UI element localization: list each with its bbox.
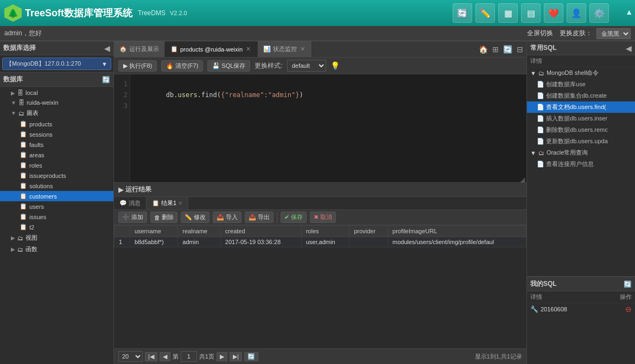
sidebar-func-section[interactable]: ▶ 🗂 函数 [0, 244, 113, 255]
tab-monitor-close[interactable]: ✕ [299, 45, 306, 53]
sidebar-item-faults[interactable]: 📋 faults [0, 139, 113, 150]
user-icon-btn[interactable]: 👤 [567, 3, 586, 23]
sidebar-item-users[interactable]: 📋 users [0, 201, 113, 212]
refresh-icon[interactable]: 🔄 [502, 44, 513, 55]
table-icon-btn[interactable]: ▤ [521, 3, 541, 23]
sidebar-item-roles[interactable]: 📋 roles [0, 160, 113, 170]
db-connection-select[interactable]: 【MongoDB】127.0.0.1:270 ▼ [2, 58, 111, 70]
db-tree-title: 数据库 [3, 75, 23, 84]
results-tabs: 💬 消息 📋 结果1 ✕ [114, 197, 526, 210]
db-selector-collapse-icon[interactable]: ◀ [104, 44, 110, 53]
run-button[interactable]: ▶ 执行(F8) [118, 60, 157, 72]
my-sql-item-text[interactable]: 20160608 [541, 306, 623, 312]
sidebar-item-issueproducts[interactable]: 📋 issueproducts [0, 170, 113, 181]
results-header-icon: ▶ [118, 186, 123, 194]
results-toolbar: ➕ 添加 🗑 删除 ✏️ 修改 📥 导入 📤 导出 [114, 210, 526, 225]
sql-item-remove[interactable]: 📄 删除数据db.users.remc [527, 124, 635, 136]
tab-products-close[interactable]: ✕ [245, 45, 252, 53]
my-sql-delete-button[interactable]: ⊖ [625, 305, 632, 314]
format-label: 更换样式: [255, 61, 282, 71]
last-page-button[interactable]: ▶| [230, 352, 242, 361]
sql-item-createcol[interactable]: 📄 创建数据集合db.create [527, 90, 635, 101]
editor-resize-handle[interactable]: ◢ [520, 176, 526, 182]
sidebar-item-issues[interactable]: 📋 issues [0, 212, 113, 222]
tab-monitor[interactable]: 📊 状态监控 ✕ [258, 41, 312, 58]
col-num [115, 226, 130, 237]
detach-icon[interactable]: ⊟ [516, 44, 524, 55]
sidebar-item-t2[interactable]: 📋 t2 [0, 222, 113, 232]
heart-icon-btn[interactable]: ❤️ [544, 3, 563, 23]
settings-icon-btn[interactable]: ⚙️ [589, 3, 609, 23]
grid-icon-btn[interactable]: ▦ [498, 3, 518, 23]
tab-home[interactable]: 🏠 运行及展示 [114, 41, 165, 58]
sql-item-insert[interactable]: 📄 插入数据db.users.inser [527, 113, 635, 124]
pagination: 20 50 100 |◀ ◀ 第 共1页 ▶ ▶| 🔄 显示1到1,共1记录 [114, 348, 526, 364]
sql-item-createdb[interactable]: 📄 创建数据库use [527, 79, 635, 90]
cell-profileimageurl[interactable]: modules/users/client/img/profile/defaul [388, 237, 526, 247]
edit-button[interactable]: ✏️ 修改 [181, 212, 209, 223]
common-sql-collapse-icon[interactable]: ◀ [626, 44, 632, 53]
add-button[interactable]: ➕ 添加 [118, 212, 147, 223]
save-sql-button[interactable]: 💾 SQL保存 [207, 60, 250, 72]
fullscreen-label[interactable]: 全屏切换 [527, 29, 553, 38]
clear-button[interactable]: 🔥 清空(F7) [161, 60, 203, 72]
col-provider: provider [350, 226, 388, 237]
export-button[interactable]: 📤 导出 [245, 212, 274, 223]
expand-icon: ▶ [11, 246, 15, 252]
hint-icon[interactable]: 💡 [331, 61, 340, 70]
cell-realname[interactable]: admin [178, 237, 221, 247]
local-db-label: local [26, 90, 38, 96]
result-tab-messages[interactable]: 💬 消息 [114, 197, 147, 209]
col-realname: realname [178, 226, 221, 237]
sql-group-oracle[interactable]: ▼ 🗂 Oracle常用查询 [527, 147, 635, 158]
tab-monitor-label: 状态监控 [273, 45, 297, 53]
sql-item-find[interactable]: 📄 查看文档db.users.find( [527, 101, 635, 113]
sidebar-view-section[interactable]: ▶ 🗂 视图 [0, 232, 113, 244]
my-sql-refresh-icon[interactable]: 🔄 [624, 280, 632, 288]
save-icon: 💾 [212, 62, 220, 69]
sql-item-oracle-users[interactable]: 📄 查看连接用户信息 [527, 158, 635, 170]
sidebar-item-products[interactable]: 📋 products [0, 119, 113, 129]
sidebar-item-solutions[interactable]: 📋 solutions [0, 181, 113, 191]
sidebar-item-areas[interactable]: 📋 areas [0, 150, 113, 160]
top-collapse-button[interactable]: ▲ [625, 8, 633, 16]
cell-username[interactable]: b8d5abbf*) [130, 237, 177, 247]
refresh-icon-btn[interactable]: 🔄 [453, 3, 472, 23]
import-button[interactable]: 📥 导入 [213, 212, 242, 223]
result-tab-1[interactable]: 📋 结果1 ✕ [147, 197, 188, 209]
next-page-button[interactable]: ▶ [217, 352, 227, 361]
delete-button[interactable]: 🗑 删除 [150, 212, 177, 223]
expand-icon[interactable]: ⊞ [491, 44, 500, 55]
page-size-select[interactable]: 20 50 100 [118, 351, 143, 362]
run-icon: ▶ [123, 62, 128, 69]
sidebar-item-sessions[interactable]: 📋 sessions [0, 129, 113, 139]
sidebar-table-section[interactable]: ▼ 🗂 圖表 [0, 107, 113, 119]
cell-created[interactable]: 2017-05-19 03:36:28 [220, 237, 301, 247]
sql-group-mongodb[interactable]: ▼ 🗂 MongoDB shell命令 [527, 67, 635, 79]
save-button[interactable]: ✔ 保存 [281, 212, 307, 223]
tab-products[interactable]: 📋 products @ruida-weixin ✕ [165, 41, 258, 58]
home-icon[interactable]: 🏠 [478, 44, 489, 55]
sidebar-item-ruida-weixin[interactable]: ▼ 🗄 ruida-weixin [0, 98, 113, 107]
edit-icon-btn[interactable]: ✏️ [475, 3, 495, 23]
sidebar-item-customers[interactable]: 📋 customers [0, 191, 113, 201]
refresh-results-button[interactable]: 🔄 [244, 352, 258, 361]
format-select[interactable]: default compact pretty [287, 60, 326, 72]
cancel-button[interactable]: ✖ 取消 [310, 212, 336, 223]
result-tab-1-close[interactable]: ✕ [178, 200, 182, 206]
top-bar: 🌲 TreeSoft数据库管理系统 TreeDMS V2.2.0 🔄 ✏️ ▦ … [0, 0, 635, 26]
sql-item-update[interactable]: 📄 更新数据db.users.upda [527, 136, 635, 147]
cell-roles[interactable]: user,admin [301, 237, 349, 247]
prev-page-button[interactable]: ◀ [160, 352, 170, 361]
page-input[interactable] [181, 351, 197, 362]
editor-content[interactable]: db.users.find({"realname":"admin"}) [130, 74, 526, 182]
admin-greeting: admin，您好 [4, 29, 42, 38]
first-page-button[interactable]: |◀ [145, 352, 157, 361]
home-tab-icon: 🏠 [119, 46, 127, 53]
delete-icon: 🗑 [154, 214, 160, 221]
skin-select[interactable]: 金黑黑 [596, 28, 631, 39]
results-area: ▶ 运行结果 💬 消息 📋 结果1 ✕ ➕ 添加 [114, 183, 526, 364]
cell-provider[interactable] [350, 237, 388, 247]
sidebar-item-local[interactable]: ▶ 🗄 local [0, 88, 113, 98]
db-tree-refresh-icon[interactable]: 🔄 [102, 76, 110, 84]
